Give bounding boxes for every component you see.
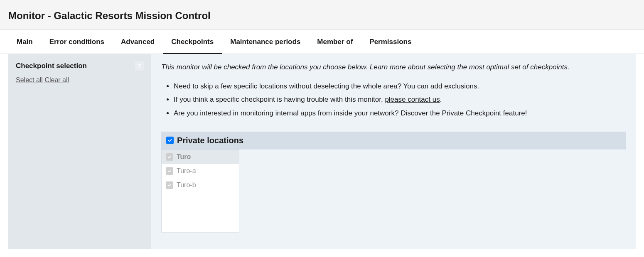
private-checkpoint-link[interactable]: Private Checkpoint feature: [442, 109, 525, 117]
help-icon[interactable]: ?: [135, 61, 144, 71]
check-icon: [167, 138, 172, 143]
bullet-text: If you think a specific checkpoint is ha…: [174, 95, 385, 103]
bullet-item: Are you interested in monitoring interna…: [174, 107, 626, 120]
sidebar-title-row: Checkpoint selection ?: [16, 61, 144, 71]
bullet-item: If you think a specific checkpoint is ha…: [174, 93, 626, 106]
location-box: Turo Turo-a Turo-b: [161, 149, 239, 233]
intro-text: This monitor will be checked from the lo…: [161, 63, 626, 71]
bullet-suffix: .: [440, 95, 442, 103]
sidebar-links: Select all Clear all: [16, 76, 144, 84]
clear-all-link[interactable]: Clear all: [44, 76, 69, 83]
tab-advanced[interactable]: Advanced: [113, 29, 163, 54]
check-icon: [167, 183, 172, 188]
learn-more-link[interactable]: Learn more about selecting the most opti…: [370, 63, 570, 71]
add-exclusions-link[interactable]: add exclusions: [430, 82, 477, 90]
location-group-turo[interactable]: Turo: [162, 150, 239, 164]
tab-checkpoints[interactable]: Checkpoints: [163, 29, 222, 54]
tab-main[interactable]: Main: [8, 29, 41, 54]
bullet-suffix: .: [477, 82, 479, 90]
private-locations-header: Private locations: [161, 132, 626, 149]
main-panel: This monitor will be checked from the lo…: [151, 54, 636, 249]
bullet-text: Are you interested in monitoring interna…: [174, 109, 442, 117]
bullet-list: Need to skip a few specific locations wi…: [161, 80, 626, 120]
location-item-label: Turo-a: [177, 167, 196, 175]
tabs-row: Main Error conditions Advanced Checkpoin…: [0, 29, 644, 54]
tab-maintenance-periods[interactable]: Maintenance periods: [222, 29, 309, 54]
check-icon: [167, 169, 172, 174]
check-icon: [167, 154, 172, 159]
intro-prefix: This monitor will be checked from the lo…: [161, 63, 370, 71]
location-item-turo-b[interactable]: Turo-b: [162, 178, 239, 192]
sidebar-title: Checkpoint selection: [16, 62, 87, 70]
location-item-label: Turo-b: [177, 181, 196, 189]
location-group-label: Turo: [177, 153, 191, 161]
section-title: Private locations: [177, 136, 243, 145]
turo-b-checkbox[interactable]: [166, 181, 173, 189]
page-header: Monitor - Galactic Resorts Mission Contr…: [0, 0, 644, 29]
bullet-suffix: !: [525, 109, 527, 117]
tab-member-of[interactable]: Member of: [309, 29, 361, 54]
select-all-link[interactable]: Select all: [16, 76, 43, 83]
contact-us-link[interactable]: please contact us: [385, 95, 440, 103]
private-locations-checkbox[interactable]: [166, 137, 174, 144]
content-body: Checkpoint selection ? Select all Clear …: [8, 54, 636, 249]
tab-permissions[interactable]: Permissions: [361, 29, 420, 54]
bullet-item: Need to skip a few specific locations wi…: [174, 80, 626, 93]
page-title: Monitor - Galactic Resorts Mission Contr…: [8, 10, 636, 22]
turo-a-checkbox[interactable]: [166, 167, 173, 175]
turo-group-checkbox[interactable]: [166, 153, 173, 161]
bullet-text: Need to skip a few specific locations wi…: [174, 82, 430, 90]
sidebar: Checkpoint selection ? Select all Clear …: [8, 54, 151, 249]
tab-error-conditions[interactable]: Error conditions: [41, 29, 113, 54]
location-item-turo-a[interactable]: Turo-a: [162, 164, 239, 178]
